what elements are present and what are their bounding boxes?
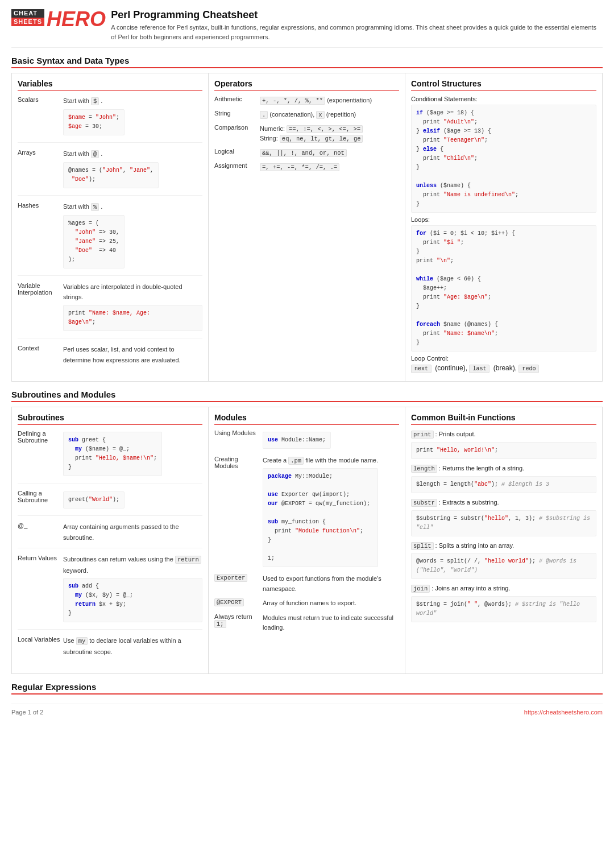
length-item: length : Returns the length of a string.…	[411, 464, 596, 493]
split-fn: split	[411, 542, 434, 550]
local-vars-label: Local Variables	[18, 635, 63, 643]
header-title-block: Perl Programming Cheatsheet A concise re…	[111, 9, 603, 42]
hash-sigil: %	[91, 203, 99, 211]
modules-col: Modules Using Modules use Module::Name; …	[209, 407, 405, 673]
section2-title: Subroutines and Modules	[11, 390, 603, 402]
length-fn: length	[411, 465, 437, 473]
concat-op: .	[260, 111, 268, 119]
split-desc: split : Splits a string into an array.	[411, 541, 596, 551]
always-return-label: Always return1;	[214, 613, 263, 627]
repeat-op: x	[316, 111, 324, 119]
defining-sub-row: Defining aSubroutine sub greet { my ($na…	[18, 429, 202, 483]
calling-sub-label: Calling aSubroutine	[18, 489, 63, 503]
control-col: Control Structures Conditional Statement…	[405, 73, 602, 381]
redo-badge: redo	[518, 365, 539, 373]
join-item: join : Joins an array into a string. $st…	[411, 584, 596, 622]
assignment-row: Assignment =, +=, -=, *=, /=, .=	[214, 162, 399, 172]
substr-desc: substr : Extracts a substring.	[411, 498, 596, 508]
page-title: Perl Programming Cheatsheet	[111, 9, 603, 21]
using-modules-code: use Module::Name;	[263, 432, 331, 449]
next-badge: next	[411, 365, 432, 373]
comparison-value: Numeric: ==, !=, <, >, <=, >= String: eq…	[260, 124, 363, 144]
assignment-ops: =, +=, -=, *=, /=, .=	[260, 163, 339, 171]
page-subtitle: A concise reference for Perl syntax, bui…	[111, 23, 603, 42]
calling-sub-content: greet("World");	[63, 489, 125, 511]
logo-sheets: SHEETS	[11, 18, 44, 26]
scalar-sigil: $	[91, 97, 99, 105]
logo-hero: HERO	[47, 9, 106, 30]
calling-sub-row: Calling aSubroutine greet("World");	[18, 489, 202, 516]
logical-row: Logical &&, ||, !, and, or, not	[214, 148, 399, 158]
creating-modules-value: Create a .pm file with the module name. …	[263, 456, 378, 569]
comparison-label: Comparison	[214, 124, 260, 131]
logical-label: Logical	[214, 148, 260, 155]
creating-modules-row: CreatingModules Create a .pm file with t…	[214, 456, 399, 569]
last-badge: last	[469, 365, 489, 373]
local-vars-row: Local Variables Use my to declare local …	[18, 635, 202, 662]
assignment-label: Assignment	[214, 162, 260, 169]
interpolation-code: print "Name: $name, Age:$age\n";	[63, 305, 202, 331]
operators-header: Operators	[214, 79, 399, 91]
page-header: CHEAT SHEETS HERO Perl Programming Cheat…	[11, 9, 603, 48]
exporter-label: Exporter	[214, 574, 263, 581]
section1-grid: Variables Scalars Start with $ . $name =…	[11, 73, 603, 382]
hashes-content: Start with % . %ages = ( "John" => 30, "…	[63, 201, 125, 271]
string-op-label: String	[214, 110, 260, 117]
defining-sub-code: sub greet { my ($name) = @_; print "Hell…	[63, 432, 162, 476]
split-code: @words = split(/ /, "hello world"); # @w…	[411, 553, 596, 579]
string-op-row: String . (concatenation), x (repetition)	[214, 110, 399, 120]
arithmetic-row: Arithmetic +, -, *, /, %, ** (exponentia…	[214, 96, 399, 106]
loops-code: for ($i = 0; $i < 10; $i++) { print "$i …	[411, 225, 596, 352]
hashes-code: %ages = ( "John" => 30, "Jane" => 25, "D…	[63, 215, 125, 268]
loop-control-label: Loop Control:	[411, 355, 596, 362]
return-values-row: Return Values Subroutines can return val…	[18, 554, 202, 630]
variables-col: Variables Scalars Start with $ . $name =…	[12, 73, 209, 381]
logical-value: &&, ||, !, and, or, not	[260, 148, 347, 158]
arithmetic-value: +, -, *, /, %, ** (exponentiation)	[260, 96, 372, 106]
interpolation-content: Variables are interpolated in double-quo…	[63, 282, 202, 333]
loops-label: Loops:	[411, 216, 596, 223]
subroutines-header: Subroutines	[18, 413, 202, 425]
variables-header: Variables	[18, 79, 202, 91]
exporter-value: Used to export functions from the module…	[263, 574, 399, 594]
subroutines-col: Subroutines Defining aSubroutine sub gre…	[12, 407, 209, 673]
string-ops: eq, ne, lt, gt, le, ge	[280, 135, 363, 143]
length-code: $length = length("abc"); # $length is 3	[411, 476, 596, 493]
join-code: $string = join(" ", @words); # $string i…	[411, 596, 596, 622]
footer-link[interactable]: https://cheatsheetshero.com	[524, 709, 603, 716]
page-footer: Page 1 of 2 https://cheatsheetshero.com	[11, 704, 603, 716]
modules-header: Modules	[214, 413, 399, 425]
builtins-header: Common Built-in Functions	[411, 413, 596, 425]
defining-sub-label: Defining aSubroutine	[18, 429, 63, 444]
hashes-label: Hashes	[18, 201, 63, 209]
exporter-code: Exporter	[214, 574, 247, 582]
using-modules-row: Using Modules use Module::Name;	[214, 429, 399, 451]
local-vars-content: Use my to declare local variables within…	[63, 635, 202, 658]
at-under-row: @_ Array containing arguments passed to …	[18, 522, 202, 548]
pm-extension: .pm	[288, 457, 304, 465]
print-desc: print : Prints output.	[411, 429, 596, 440]
interpolation-row: VariableInterpolation Variables are inte…	[18, 282, 202, 338]
using-modules-label: Using Modules	[214, 429, 263, 436]
creating-modules-code: package My::Module; use Exporter qw(impo…	[263, 468, 378, 567]
join-fn: join	[411, 585, 430, 593]
numeric-ops: ==, !=, <, >, <=, >=	[287, 125, 363, 133]
at-export-value: Array of function names to export.	[263, 598, 356, 609]
arrays-row: Arrays Start with @ . @names = ("John", …	[18, 148, 202, 196]
at-under-label: @_	[18, 522, 63, 529]
creating-modules-label: CreatingModules	[214, 456, 263, 469]
print-code: print "Hello, world!\n";	[411, 442, 596, 459]
logo-cheat: CHEAT	[11, 9, 44, 18]
return-values-label: Return Values	[18, 554, 63, 561]
length-desc: length : Returns the length of a string.	[411, 464, 596, 474]
assignment-value: =, +=, -=, *=, /=, .=	[260, 162, 339, 172]
return-values-content: Subroutines can return values using the …	[63, 554, 202, 625]
print-fn: print	[411, 431, 434, 439]
at-export-label: @EXPORT	[214, 598, 263, 606]
print-item: print : Prints output. print "Hello, wor…	[411, 429, 596, 459]
arrays-content: Start with @ . @names = ("John", "Jane",…	[63, 148, 159, 191]
loop-control-badges: next (continue), last (break), redo	[411, 364, 596, 373]
operators-col: Operators Arithmetic +, -, *, /, %, ** (…	[209, 73, 405, 381]
return-one-code: 1;	[214, 620, 226, 628]
logical-ops: &&, ||, !, and, or, not	[260, 149, 347, 157]
